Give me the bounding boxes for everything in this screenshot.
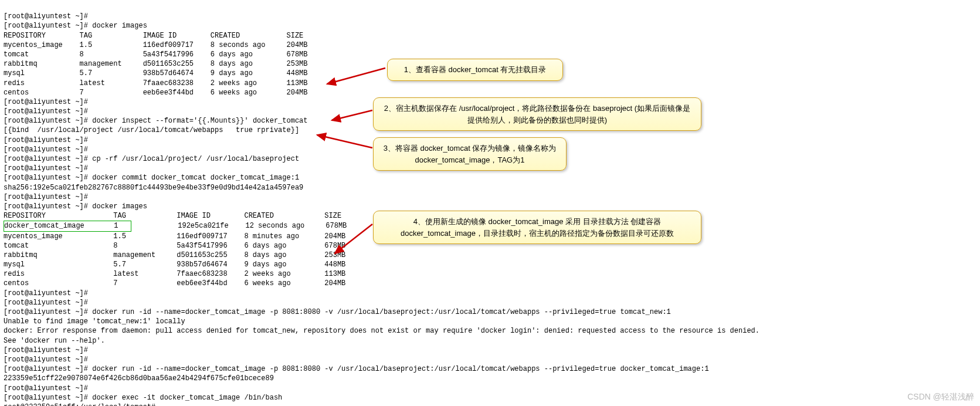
callout-4: 4、使用新生成的镜像 docker_tomcat_image 采用 目录挂载方法… (373, 211, 701, 244)
prompt: [root@aliyuntest ~]# (4, 202, 92, 211)
table-row: 192e5ca021fe 12 seconds ago 678MB (131, 222, 347, 230)
cmd-docker-run: docker run -id --name=docker_tomcat_imag… (92, 308, 671, 316)
callout-text: 3、将容器 docker_tomcat 保存为镜像，镜像名称为 docker_t… (384, 144, 557, 164)
callout-text: 1、查看容器 docker_tomcat 有无挂载目录 (404, 65, 547, 74)
table-row: centos 7 eeb6ee3f44bd 6 weeks ago 204MB (4, 279, 345, 287)
callout-1: 1、查看容器 docker_tomcat 有无挂载目录 (387, 59, 563, 81)
table-row: rabbitmq management d5011653c255 8 days … (4, 251, 345, 259)
prompt: [root@aliyuntest ~]# (4, 146, 92, 154)
watermark: CSDN @轻湛浅醉 (907, 391, 974, 402)
prompt: [root@aliyuntest ~]# (4, 299, 92, 307)
cmd-docker-images: docker images (92, 202, 147, 211)
prompt: [root@aliyuntest ~]# (4, 136, 92, 144)
prompt: [root@aliyuntest ~]# (4, 365, 92, 373)
prompt: [root@aliyuntest ~]# (4, 22, 92, 30)
prompt: [root@aliyuntest ~]# (4, 289, 92, 297)
prompt: [root@aliyuntest ~]# (4, 107, 92, 116)
table-row: mycentos_image 1.5 116edf009717 8 minute… (4, 232, 345, 241)
bash-prompt: root@223359e51cff:/usr/local/tomcat# (4, 403, 160, 406)
cmd-docker-images: docker images (92, 22, 147, 30)
callout-text: 4、使用新生成的镜像 docker_tomcat_image 采用 目录挂载方法… (401, 217, 674, 238)
inspect-output: [{bind /usr/local/project /usr/local/tom… (4, 126, 299, 134)
prompt: [root@aliyuntest ~]# (4, 164, 92, 172)
highlighted-image-row: docker_tomcat_image 1 (4, 221, 131, 231)
sha-output: sha256:192e5ca021feb282767c8880f1c44493b… (4, 184, 303, 192)
prompt: [root@aliyuntest ~]# (4, 155, 92, 163)
table-row: tomcat 8 5a43f5417996 6 days ago 678MB (4, 50, 307, 59)
prompt: [root@aliyuntest ~]# (4, 394, 92, 402)
cmd-docker-commit: docker commit docker_tomcat docker_tomca… (92, 174, 299, 182)
prompt: [root@aliyuntest ~]# (4, 356, 92, 364)
callout-3: 3、将容器 docker_tomcat 保存为镜像，镜像名称为 docker_t… (373, 137, 567, 171)
container-id-output: 223359e51cff22e9078074e6f426cb86d0baa56a… (4, 374, 274, 383)
error-output: docker: Error response from daemon: pull… (4, 327, 759, 335)
callout-2: 2、宿主机数据保存在 /usr/local/project，将此路径数据备份在 … (373, 97, 701, 131)
error-output: Unable to find image 'tomcat_new:1' loca… (4, 317, 185, 326)
table-row: redis latest 7faaec683238 2 weeks ago 11… (4, 270, 345, 278)
table-header: REPOSITORY TAG IMAGE ID CREATED SIZE (4, 212, 341, 220)
table-row: tomcat 8 5a43f5417996 6 days ago 678MB (4, 242, 345, 250)
prompt: [root@aliyuntest ~]# (4, 384, 92, 393)
cmd-docker-exec: docker exec -it docker_tomcat_image /bin… (92, 394, 282, 402)
table-row: rabbitmq management d5011653c255 8 days … (4, 60, 307, 68)
table-row: mysql 5.7 938b57d64674 9 days ago 448MB (4, 260, 345, 269)
cmd-cp: cp -rf /usr/local/project/ /usr/local/ba… (92, 155, 299, 163)
prompt: [root@aliyuntest ~]# (4, 117, 92, 125)
prompt: [root@aliyuntest ~]# (4, 98, 92, 106)
cmd-docker-inspect: docker inspect --format='{{.Mounts}}' do… (92, 117, 307, 125)
prompt: [root@aliyuntest ~]# (4, 12, 92, 21)
error-output: See 'docker run --help'. (4, 337, 105, 345)
prompt: [root@aliyuntest ~]# (4, 308, 92, 316)
table-row: redis latest 7faaec683238 2 weeks ago 11… (4, 79, 307, 87)
prompt: [root@aliyuntest ~]# (4, 346, 92, 354)
table-row: centos 7 eeb6ee3f44bd 6 weeks ago 204MB (4, 89, 307, 97)
table-header: REPOSITORY TAG IMAGE ID CREATED SIZE (4, 32, 303, 40)
prompt: [root@aliyuntest ~]# (4, 193, 92, 201)
cmd-docker-run: docker run -id --name=docker_tomcat_imag… (92, 365, 708, 373)
prompt: [root@aliyuntest ~]# (4, 174, 92, 182)
callout-text: 2、宿主机数据保存在 /usr/local/project，将此路径数据备份在 … (384, 104, 690, 124)
table-row: mycentos_image 1.5 116edf009717 8 second… (4, 41, 307, 49)
table-row: mysql 5.7 938b57d64674 9 days ago 448MB (4, 69, 307, 77)
